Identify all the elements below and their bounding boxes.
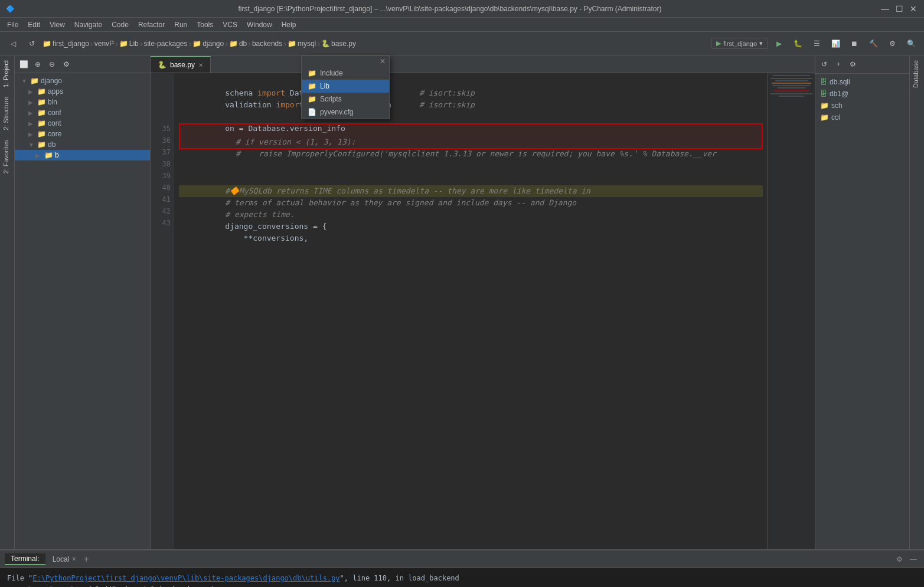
popup-item-scripts[interactable]: 📁 Scripts <box>302 93 389 106</box>
sidebar-item-project[interactable]: 1: Project <box>0 55 14 92</box>
panel-expand-btn[interactable]: ⊕ <box>31 58 44 71</box>
panel-settings-btn[interactable]: ⚙ <box>60 58 73 71</box>
breadcrumb-project[interactable]: 📁 first_django <box>43 40 89 48</box>
terminal-tab-terminal[interactable]: Terminal: <box>5 553 45 565</box>
terminal-tab-local[interactable]: Local ✕ <box>47 554 83 565</box>
project-panel-toolbar: ⬜ ⊕ ⊖ ⚙ <box>15 55 150 73</box>
terminal-add-tab-button[interactable]: + <box>83 554 89 565</box>
build-button[interactable]: 🔨 <box>865 35 881 52</box>
folder-dropdown-popup: ✕ 📁 Include 📁 Lib 📁 Scripts 📄 pyvenv.cfg <box>301 55 390 119</box>
editor-tab-bar: 🐍 base.py ✕ <box>151 55 815 73</box>
settings-button[interactable]: ⚙ <box>884 35 900 52</box>
left-sidebar-tabs: 1: Project 2: Structure 2: Favorites <box>0 55 15 549</box>
terminal-tab-label: Terminal: <box>11 555 40 563</box>
tree-bin[interactable]: ▶ 📁 bin <box>15 97 150 107</box>
stop-button[interactable]: ⏹ <box>846 35 863 52</box>
tree-expand-icon: ▶ <box>28 131 35 137</box>
breadcrumb-db[interactable]: 📁 db <box>229 40 247 48</box>
menu-window[interactable]: Window <box>242 19 277 30</box>
popup-item-pyvenv[interactable]: 📄 pyvenv.cfg <box>302 106 389 119</box>
menu-refactor[interactable]: Refactor <box>133 19 169 30</box>
breadcrumb-lib[interactable]: 📁 Lib <box>119 40 139 48</box>
tab-close-button[interactable]: ✕ <box>198 62 203 68</box>
db-item-sch[interactable]: 📁 sch <box>815 100 909 112</box>
menu-edit[interactable]: Edit <box>23 19 45 30</box>
close-icon[interactable]: ✕ <box>909 4 918 14</box>
tree-db[interactable]: ▼ 📁 db <box>15 139 150 150</box>
tree-apps[interactable]: ▶ 📁 apps <box>15 86 150 97</box>
terminal-settings-button[interactable]: ⚙ <box>894 554 905 565</box>
title-text: first_django [E:\PythonProject\first_dja… <box>19 5 880 13</box>
window-controls[interactable]: — ☐ ✕ <box>880 4 918 14</box>
menu-help[interactable]: Help <box>277 19 301 30</box>
coverage-button[interactable]: ☰ <box>808 35 825 52</box>
menubar: File Edit View Navigate Code Refactor Ru… <box>0 18 924 32</box>
search-everywhere-button[interactable]: 🔍 <box>903 35 919 52</box>
profile-button[interactable]: 📊 <box>827 35 844 52</box>
db-item-col[interactable]: 📁 col <box>815 112 909 123</box>
menu-view[interactable]: View <box>45 19 70 30</box>
db-settings-btn[interactable]: ⚙ <box>846 58 859 71</box>
tree-item-label: db <box>48 140 55 149</box>
tree-expand-icon: ▶ <box>28 110 35 116</box>
menu-code[interactable]: Code <box>107 19 133 30</box>
panel-collapse-btn[interactable]: ⊖ <box>45 58 58 71</box>
menu-vcs[interactable]: VCS <box>218 19 242 30</box>
maximize-icon[interactable]: ☐ <box>894 4 904 14</box>
tool-back[interactable]: ◁ <box>5 35 21 52</box>
tab-label: base.py <box>170 61 195 69</box>
db-item-db1[interactable]: 🗄 db1@ <box>815 88 909 100</box>
minimize-icon[interactable]: — <box>880 4 890 14</box>
run-config-icon: ▶ <box>716 40 721 47</box>
menu-run[interactable]: Run <box>169 19 192 30</box>
code-editor[interactable]: 35 36 37 38 39 40 41 42 43 schema import… <box>151 73 815 549</box>
folder-icon: 📁 <box>43 40 51 48</box>
popup-item-include[interactable]: 📁 Include <box>302 67 389 80</box>
terminal-link-utils[interactable]: E:\PythonProject\first_django\venvP\lib\… <box>32 574 339 582</box>
debug-button[interactable]: 🐛 <box>789 35 806 52</box>
breadcrumb-backends[interactable]: backends <box>252 40 282 48</box>
menu-navigate[interactable]: Navigate <box>70 19 107 30</box>
run-button[interactable]: ▶ <box>770 35 787 52</box>
folder-icon-db: 📁 <box>229 40 238 48</box>
popup-close-button[interactable]: ✕ <box>376 56 389 67</box>
sidebar-item-structure[interactable]: 2: Structure <box>0 92 14 135</box>
breadcrumb-file[interactable]: 🐍 base.py <box>321 40 356 48</box>
popup-item-lib[interactable]: 📁 Lib <box>302 80 389 93</box>
tree-conf[interactable]: ▶ 📁 conf <box>15 107 150 118</box>
project-tree: ▼ 📁 django ▶ 📁 apps ▶ 📁 bin ▶ 📁 conf <box>15 73 150 549</box>
menu-file[interactable]: File <box>2 19 23 30</box>
terminal-controls: ⚙ — <box>894 554 919 565</box>
breadcrumb-venvp[interactable]: venvP <box>94 40 114 48</box>
project-panel: ⬜ ⊕ ⊖ ⚙ ▼ 📁 django ▶ 📁 apps ▶ 📁 bin <box>15 55 151 549</box>
menu-tools[interactable]: Tools <box>192 19 218 30</box>
run-config-selector[interactable]: ▶ first_django ▾ <box>711 38 768 49</box>
popup-folder-icon: 📁 <box>308 69 316 77</box>
code-lines[interactable]: schema import DatabaseSchemaEditor # iso… <box>174 73 768 549</box>
tree-b[interactable]: ▶ 📁 b <box>15 150 150 160</box>
tree-expand-icon: ▶ <box>28 88 35 95</box>
db-refresh-btn[interactable]: ↺ <box>818 58 831 71</box>
panel-hide-btn[interactable]: ⬜ <box>17 58 30 71</box>
right-sidebar-database-label[interactable]: Database <box>910 55 924 93</box>
breadcrumb-sitepkgs[interactable]: site-packages <box>143 40 187 48</box>
tool-forward[interactable]: ↺ <box>24 35 40 52</box>
db-add-btn[interactable]: + <box>832 58 845 71</box>
folder-icon: 📁 <box>37 130 46 138</box>
main-area: 1: Project 2: Structure 2: Favorites ⬜ ⊕… <box>0 55 924 549</box>
folder-icon: 📁 <box>37 119 46 127</box>
breadcrumb-django[interactable]: 📁 django <box>192 40 224 48</box>
tree-core[interactable]: ▶ 📁 core <box>15 129 150 139</box>
breadcrumb-mysql[interactable]: 📁 mysql <box>288 40 316 48</box>
db-item-sqli[interactable]: 🗄 db.sqli <box>815 76 909 88</box>
folder-icon: 📁 <box>37 98 46 106</box>
tree-django[interactable]: ▼ 📁 django <box>15 76 150 86</box>
line-numbers: 35 36 37 38 39 40 41 42 43 <box>151 73 174 549</box>
tree-cont[interactable]: ▶ 📁 cont <box>15 118 150 129</box>
tab-basepy[interactable]: 🐍 base.py ✕ <box>151 56 211 73</box>
terminal-tab-close-icon[interactable]: ✕ <box>71 556 76 562</box>
folder-icon-django: 📁 <box>192 40 201 48</box>
sidebar-item-favorites[interactable]: 2: Favorites <box>0 135 14 178</box>
terminal-close-button[interactable]: — <box>907 554 919 565</box>
tree-expand-icon: ▼ <box>21 78 28 84</box>
